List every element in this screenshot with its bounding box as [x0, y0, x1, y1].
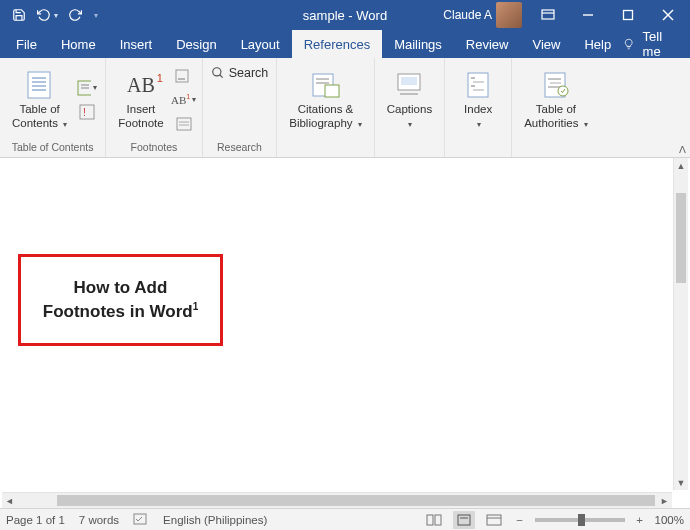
- lightbulb-icon: [623, 36, 634, 52]
- citations-bibliography-button[interactable]: Citations & Bibliography ▾: [285, 67, 366, 131]
- search-icon: [211, 66, 225, 80]
- group-research: Search Research: [203, 58, 278, 157]
- close-button[interactable]: [648, 0, 688, 30]
- scroll-up-button[interactable]: ▲: [674, 158, 688, 173]
- zoom-in-button[interactable]: +: [633, 514, 647, 526]
- svg-rect-18: [177, 118, 191, 130]
- tab-help[interactable]: Help: [572, 30, 623, 58]
- print-layout-button[interactable]: [453, 511, 475, 529]
- tab-file[interactable]: File: [4, 30, 49, 58]
- svg-rect-41: [427, 515, 433, 525]
- svg-point-21: [212, 68, 220, 76]
- insert-footnote-button[interactable]: AB1 Insert Footnote: [114, 67, 167, 131]
- vscroll-thumb[interactable]: [676, 193, 686, 283]
- redo-button[interactable]: [64, 4, 86, 26]
- captions-icon: [393, 69, 425, 101]
- read-mode-button[interactable]: [423, 511, 445, 529]
- group-table-of-contents: Table of Contents ▾ ▾ ! Table of Content…: [0, 58, 106, 157]
- insert-endnote-button[interactable]: [174, 66, 194, 86]
- zoom-out-button[interactable]: −: [513, 514, 527, 526]
- user-name[interactable]: Claude A: [443, 8, 492, 22]
- tab-mailings[interactable]: Mailings: [382, 30, 454, 58]
- titlebar-right: Claude A: [443, 0, 690, 30]
- table-of-contents-button[interactable]: Table of Contents ▾: [8, 67, 71, 131]
- captions-button[interactable]: Captions▾: [383, 67, 436, 131]
- ribbon-tabs: File Home Insert Design Layout Reference…: [0, 30, 690, 58]
- group-label-toc: Table of Contents: [0, 141, 105, 157]
- smart-lookup-button[interactable]: Search: [211, 66, 269, 80]
- maximize-button[interactable]: [608, 0, 648, 30]
- group-label-footnotes: Footnotes: [106, 141, 201, 157]
- window-title: sample - Word: [303, 8, 387, 23]
- qat-customize[interactable]: ▾: [92, 11, 100, 20]
- svg-rect-26: [325, 85, 339, 97]
- svg-rect-28: [401, 77, 417, 85]
- tab-insert[interactable]: Insert: [108, 30, 165, 58]
- document-heading[interactable]: How to Add Footnotes in Word1: [43, 277, 198, 324]
- svg-rect-43: [458, 515, 470, 525]
- zoom-level[interactable]: 100%: [655, 514, 684, 526]
- group-footnotes: AB1 Insert Footnote AB1▾ Footnotes: [106, 58, 202, 157]
- spellcheck-icon[interactable]: [133, 512, 149, 528]
- next-footnote-button[interactable]: AB1▾: [174, 90, 194, 110]
- toc-icon: [24, 69, 56, 101]
- tab-review[interactable]: Review: [454, 30, 521, 58]
- scroll-left-button[interactable]: ◄: [2, 496, 17, 506]
- scroll-right-button[interactable]: ►: [657, 496, 672, 506]
- svg-rect-42: [435, 515, 441, 525]
- minimize-button[interactable]: [568, 0, 608, 30]
- table-of-authorities-button[interactable]: Table of Authorities ▾: [520, 67, 592, 131]
- index-icon: [462, 69, 494, 101]
- svg-rect-3: [624, 11, 633, 20]
- svg-rect-30: [468, 73, 488, 97]
- group-index: Index▾: [445, 58, 512, 157]
- avatar[interactable]: [496, 2, 522, 28]
- citations-icon: [310, 69, 342, 101]
- scroll-down-button[interactable]: ▼: [674, 475, 688, 490]
- tell-me[interactable]: Tell me: [643, 29, 672, 59]
- highlight-box: How to Add Footnotes in Word1: [18, 254, 223, 346]
- add-text-button[interactable]: ▾: [77, 78, 97, 98]
- ribbon: Table of Contents ▾ ▾ ! Table of Content…: [0, 58, 690, 158]
- index-button[interactable]: Index▾: [453, 67, 503, 131]
- tab-home[interactable]: Home: [49, 30, 108, 58]
- vertical-scrollbar[interactable]: ▲ ▼: [673, 158, 688, 490]
- zoom-slider[interactable]: [535, 518, 625, 522]
- tab-view[interactable]: View: [520, 30, 572, 58]
- group-label-research: Research: [203, 141, 277, 157]
- tab-design[interactable]: Design: [164, 30, 228, 58]
- footnote-icon: AB1: [125, 69, 157, 101]
- svg-text:!: !: [83, 107, 86, 118]
- update-table-button[interactable]: !: [77, 102, 97, 122]
- svg-rect-16: [176, 70, 188, 82]
- ribbon-display-options[interactable]: [528, 0, 568, 30]
- authorities-icon: [540, 69, 572, 101]
- save-button[interactable]: [8, 4, 30, 26]
- hscroll-thumb[interactable]: [57, 495, 655, 506]
- status-bar: Page 1 of 1 7 words English (Philippines…: [0, 508, 690, 530]
- show-notes-button[interactable]: [174, 114, 194, 134]
- group-captions: Captions▾: [375, 58, 445, 157]
- svg-line-22: [219, 75, 222, 78]
- language-indicator[interactable]: English (Philippines): [163, 514, 267, 526]
- word-count[interactable]: 7 words: [79, 514, 119, 526]
- tab-layout[interactable]: Layout: [229, 30, 292, 58]
- quick-access-toolbar: ▾ ▾: [0, 4, 100, 26]
- collapse-ribbon-button[interactable]: ᐱ: [679, 144, 686, 155]
- svg-rect-45: [487, 515, 501, 525]
- undo-button[interactable]: ▾: [36, 4, 58, 26]
- group-citations: Citations & Bibliography ▾: [277, 58, 375, 157]
- page-indicator[interactable]: Page 1 of 1: [6, 514, 65, 526]
- page[interactable]: How to Add Footnotes in Word1: [8, 158, 670, 490]
- svg-rect-0: [542, 10, 554, 19]
- document-area[interactable]: How to Add Footnotes in Word1: [0, 158, 690, 508]
- tab-references[interactable]: References: [292, 30, 382, 58]
- horizontal-scrollbar[interactable]: ◄ ►: [2, 492, 672, 508]
- web-layout-button[interactable]: [483, 511, 505, 529]
- group-authorities: Table of Authorities ▾: [512, 58, 600, 157]
- titlebar: ▾ ▾ sample - Word Claude A: [0, 0, 690, 30]
- svg-rect-6: [28, 72, 50, 98]
